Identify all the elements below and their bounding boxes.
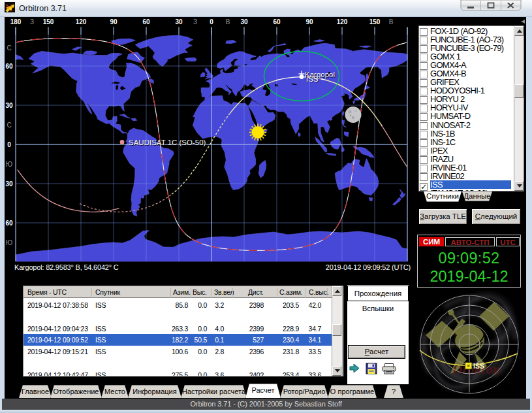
svg-text:30: 30 [175,18,183,25]
svg-text:150: 150 [43,18,54,25]
svg-text:30: 30 [5,180,13,188]
svg-text:90: 90 [305,18,313,25]
svg-text:30: 30 [5,102,13,109]
svg-text:0: 0 [210,18,213,25]
svg-text:0: 0 [7,141,11,148]
svg-text:С: С [7,44,11,52]
svg-text:180: 180 [10,18,22,25]
svg-text:60: 60 [142,18,150,25]
svg-text:Ю: Ю [6,239,12,246]
svg-text:В: В [389,18,394,25]
svg-text:150: 150 [369,18,381,25]
svg-text:Ю: Ю [6,161,12,168]
svg-text:SAUDISAT 1C (SO-50): SAUDISAT 1C (SO-50) [129,139,206,146]
svg-text:ISS: ISS [306,75,319,83]
svg-text:60: 60 [5,220,13,227]
svg-text:60: 60 [273,18,281,25]
svg-text:120: 120 [337,18,348,25]
svg-text:З: З [30,18,34,25]
svg-text:90: 90 [110,18,117,25]
svg-text:С: С [7,122,11,129]
svg-text:60: 60 [5,63,13,70]
svg-text:ISS: ISS [473,362,484,370]
svg-text:В: В [226,18,230,25]
svg-text:З: З [193,18,197,25]
svg-text:120: 120 [76,18,87,25]
svg-text:30: 30 [240,18,248,25]
